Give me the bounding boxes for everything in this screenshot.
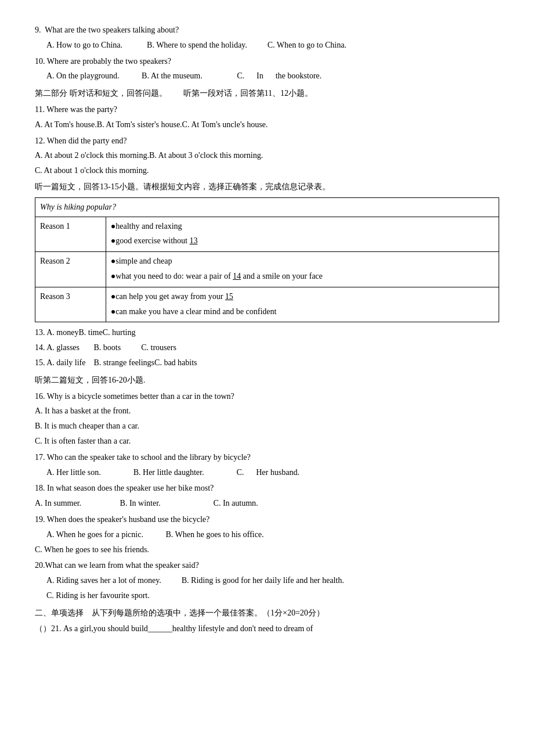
reason1-row: Reason 1 ●healthy and relaxing ●good exe… xyxy=(35,217,499,252)
table-instruction: 听一篇短文，回答13-15小题。请根据短文内容，选择正确答案，完成信息记录表。 xyxy=(35,180,499,194)
q16-optA: A. It has a basket at the front. xyxy=(35,404,499,418)
q17-text: 17. Who can the speaker take to school a… xyxy=(35,451,499,465)
q20-options-line1: A. Riding saves her a lot of money. B. R… xyxy=(35,574,499,588)
reason2-bullet1: ●simple and cheap xyxy=(111,254,494,268)
q12-options-line2: C. At about 1 o'clock this morning. xyxy=(35,164,499,178)
reason1-label: Reason 1 xyxy=(35,217,106,252)
blank-13: 13 xyxy=(189,236,197,245)
q20-options-line2: C. Riding is her favourite sport. xyxy=(35,589,499,603)
question-9: 9. What are the two speakers talking abo… xyxy=(35,23,499,52)
q16-optB: B. It is much cheaper than a car. xyxy=(35,419,499,433)
q9-text: 9. What are the two speakers talking abo… xyxy=(35,23,499,37)
reason3-row: Reason 3 ●can help you get away from you… xyxy=(35,287,499,322)
reason3-content: ●can help you get away from your 15 ●can… xyxy=(106,287,499,322)
q21-text: （）21. As a girl,you should build______he… xyxy=(35,622,499,636)
q16-text: 16. Why is a bicycle sometimes better th… xyxy=(35,390,499,404)
question-17: 17. Who can the speaker take to school a… xyxy=(35,451,499,480)
reason3-label: Reason 3 xyxy=(35,287,106,322)
reason2-bullet2: ●what you need to do: wear a pair of 14 … xyxy=(111,269,494,283)
table-title-cell: Why is hiking popular? xyxy=(35,197,499,217)
q14-answers: 14. A. glasses B. boots C. trousers xyxy=(35,341,499,355)
section2-header: 第二部分 听对话和短文，回答问题。 听第一段对话，回答第11、12小题。 xyxy=(35,87,499,100)
q19-options-line2: C. When he goes to see his friends. xyxy=(35,543,499,557)
q9-options: A. How to go to China. B. Where to spend… xyxy=(35,38,499,52)
reason1-content: ●healthy and relaxing ●good exercise wit… xyxy=(106,217,499,252)
reason3-bullet1: ●can help you get away from your 15 xyxy=(111,290,494,304)
q19-text: 19. When does the speaker's husband use … xyxy=(35,513,499,527)
q18-options: A. In summer. B. In winter. C. In autumn… xyxy=(35,496,499,510)
hiking-table: Why is hiking popular? Reason 1 ●healthy… xyxy=(35,197,499,323)
q12-options-line1: A. At about 2 o'clock this morning.B. At… xyxy=(35,149,499,163)
q15-answers: 15. A. daily life B. strange feelingsC. … xyxy=(35,356,499,370)
blank-15: 15 xyxy=(225,292,233,301)
section2-header-text: 第二部分 听对话和短文，回答问题。 听第一段对话，回答第11、12小题。 xyxy=(35,87,499,100)
q10-options-line1: A. On the playground. B. At the museum. … xyxy=(35,69,499,83)
q18-text: 18. In what season does the speaker use … xyxy=(35,481,499,495)
q11-text: 11. Where was the party? xyxy=(35,103,499,117)
question-19: 19. When does the speaker's husband use … xyxy=(35,513,499,556)
q10-text: 10. Where are probably the two speakers? xyxy=(35,55,499,69)
q20-text: 20.What can we learn from what the speak… xyxy=(35,559,499,573)
section2b-header: 听第二篇短文，回答16-20小题. xyxy=(35,373,499,387)
q12-text: 12. When did the party end? xyxy=(35,134,499,148)
reason2-content: ●simple and cheap ●what you need to do: … xyxy=(106,252,499,287)
reason1-bullet1: ●healthy and relaxing xyxy=(111,219,494,233)
question-16: 16. Why is a bicycle sometimes better th… xyxy=(35,390,499,448)
question-12: 12. When did the party end? A. At about … xyxy=(35,134,499,178)
blank-14: 14 xyxy=(233,272,241,280)
q13-answers: 13. A. moneyB. timeC. hurting xyxy=(35,326,499,340)
reason3-bullet2: ●can make you have a clear mind and be c… xyxy=(111,305,494,319)
question-21: （）21. As a girl,you should build______he… xyxy=(35,622,499,636)
question-20: 20.What can we learn from what the speak… xyxy=(35,559,499,602)
exam-content: 9. What are the two speakers talking abo… xyxy=(35,23,499,636)
question-11: 11. Where was the party? A. At Tom's hou… xyxy=(35,103,499,132)
q19-options-line1: A. When he goes for a picnic. B. When he… xyxy=(35,528,499,542)
q16-optC: C. It is often faster than a car. xyxy=(35,434,499,448)
section3-header: 二、单项选择 从下列每题所给的选项中，选择一个最佳答案。（1分×20=20分） xyxy=(35,606,499,620)
q11-options: A. At Tom's house.B. At Tom's sister's h… xyxy=(35,118,499,132)
q17-options: A. Her little son. B. Her little daughte… xyxy=(35,466,499,480)
reason2-row: Reason 2 ●simple and cheap ●what you nee… xyxy=(35,252,499,287)
question-18: 18. In what season does the speaker use … xyxy=(35,481,499,510)
question-10: 10. Where are probably the two speakers?… xyxy=(35,55,499,84)
table-title-row: Why is hiking popular? xyxy=(35,197,499,217)
reason2-label: Reason 2 xyxy=(35,252,106,287)
reason1-bullet2: ●good exercise without 13 xyxy=(111,234,494,248)
